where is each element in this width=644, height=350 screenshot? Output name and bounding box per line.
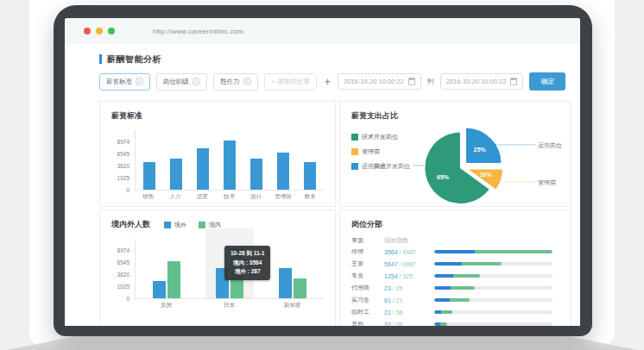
progress-blue bbox=[434, 298, 450, 302]
panel-title: 境内外人数 bbox=[111, 219, 150, 230]
legend-item[interactable]: 境外 bbox=[164, 221, 186, 229]
tag-label: 薪资标准 bbox=[106, 78, 132, 86]
tooltip-line: 10-28 到 11-1 bbox=[230, 249, 264, 259]
value-blue: 23 bbox=[384, 285, 391, 291]
progress-green bbox=[451, 286, 474, 290]
tag-competency[interactable]: 胜任力 bbox=[213, 73, 258, 91]
panel-title: 岗位分部 bbox=[351, 219, 559, 230]
row-label: 经理 bbox=[351, 247, 384, 256]
bar-slot bbox=[136, 130, 162, 190]
progress-track bbox=[434, 310, 552, 314]
calendar-icon[interactable] bbox=[408, 78, 415, 85]
row-label: 临时工 bbox=[351, 308, 384, 316]
bar[interactable] bbox=[304, 162, 316, 190]
add-comparison-button[interactable]: + 添加对比项 bbox=[264, 73, 318, 91]
row-label: 代理商 bbox=[351, 284, 384, 292]
x-category-label: 设计 bbox=[243, 193, 269, 201]
table-row[interactable]: 主管5647 / 6987 bbox=[351, 258, 559, 270]
page-title-row: 薪酬智能分析 bbox=[99, 53, 571, 65]
table-row[interactable]: 其他32 / 55 bbox=[351, 318, 559, 326]
remove-tag-icon[interactable] bbox=[243, 78, 251, 85]
table-row[interactable]: 临时工21 / 56 bbox=[351, 306, 559, 318]
date-to-value: 2016-10-20 10:00:22 bbox=[446, 78, 507, 85]
x-category-label: 美国 bbox=[135, 302, 198, 309]
window-maximize-dot-icon[interactable] bbox=[108, 28, 115, 34]
pie-slice-label: 技术开发岗位 bbox=[373, 163, 410, 170]
pie-percent-label: 65% bbox=[437, 174, 450, 180]
x-category-label: 日本 bbox=[198, 302, 261, 309]
panel-salary-expense-pie: 薪资支出占比 技术开发岗位管理层运营岗位 25%运营岗位10%管理层65%技术开… bbox=[339, 101, 571, 207]
remove-tag-icon[interactable] bbox=[193, 78, 200, 85]
bar[interactable] bbox=[197, 148, 209, 190]
bar-slot bbox=[189, 130, 216, 190]
chart-legend: 境外境内 bbox=[164, 221, 221, 229]
confirm-button[interactable]: 确定 bbox=[529, 72, 565, 91]
value-green: / 6987 bbox=[398, 261, 416, 267]
bar[interactable] bbox=[279, 268, 292, 298]
tooltip-line: 境外 : 287 bbox=[230, 267, 264, 277]
bar[interactable] bbox=[224, 141, 236, 190]
legend-label: 境内 bbox=[209, 221, 221, 229]
bar[interactable] bbox=[143, 162, 155, 190]
progress-track bbox=[434, 250, 552, 253]
progress-track bbox=[434, 322, 552, 326]
row-values: 3564 / 6987 bbox=[384, 249, 434, 255]
bar-slot bbox=[216, 130, 243, 190]
remove-tag-icon[interactable] bbox=[136, 78, 143, 85]
x-category-label: 新加坡 bbox=[261, 302, 324, 309]
url-text[interactable]: http://www.careerintlinc.com bbox=[153, 28, 243, 35]
table-row[interactable]: 专员1254 / 325 bbox=[351, 270, 559, 282]
date-to-input[interactable]: 2016-10-20 10:00:22 bbox=[440, 73, 524, 90]
table-row[interactable]: 实习生61 / 21 bbox=[351, 294, 559, 306]
col-source: 来源 bbox=[351, 236, 384, 245]
x-axis-labels: 美国日本新加坡 bbox=[135, 302, 324, 309]
to-label: 到 bbox=[427, 77, 434, 86]
page-content: 薪酬智能分析 薪资标准 岗位职级 胜任力 + 添加对比项 + 2016-10-2… bbox=[65, 44, 580, 326]
x-category-label: 人力 bbox=[161, 193, 188, 201]
calendar-icon[interactable] bbox=[510, 78, 517, 85]
progress-track bbox=[434, 298, 552, 302]
y-tick-label: 3620 bbox=[117, 272, 129, 278]
bar-group bbox=[153, 261, 180, 298]
date-from-input[interactable]: 2016-10-20 10:00:22 bbox=[338, 73, 421, 90]
y-tick-label: 0 bbox=[126, 187, 129, 193]
tag-label: 胜任力 bbox=[220, 78, 240, 86]
progress-blue bbox=[434, 274, 453, 278]
panel-title: 薪资标准 bbox=[111, 110, 324, 122]
window-minimize-dot-icon[interactable] bbox=[96, 28, 103, 34]
y-tick-label: 0 bbox=[126, 296, 129, 302]
y-tick-label: 1025 bbox=[117, 175, 129, 181]
panel-salary-standard: 薪资标准 89746545362010250 销售人力运营技术设计管理层财务 bbox=[99, 101, 336, 207]
table-row[interactable]: 经理3564 / 6987 bbox=[351, 246, 559, 258]
bar[interactable] bbox=[294, 278, 306, 298]
value-blue: 5647 bbox=[384, 261, 398, 267]
bar[interactable] bbox=[167, 261, 180, 298]
table-row[interactable]: 代理商23 / 25 bbox=[351, 282, 559, 294]
bar[interactable] bbox=[170, 159, 182, 190]
value-green: / 325 bbox=[398, 273, 414, 279]
y-axis: 89746545362010250 bbox=[111, 130, 135, 191]
bar[interactable] bbox=[153, 281, 166, 298]
plus-icon[interactable]: + bbox=[323, 75, 331, 88]
value-blue: 3564 bbox=[384, 249, 398, 255]
table-rows: 经理3564 / 6987主管5647 / 6987专员1254 / 325代理… bbox=[351, 246, 559, 326]
y-tick-label: 6545 bbox=[117, 259, 129, 266]
value-blue: 21 bbox=[384, 309, 391, 316]
pie-slice[interactable] bbox=[465, 128, 502, 164]
bar[interactable] bbox=[277, 153, 289, 190]
tag-position-grade[interactable]: 岗位职级 bbox=[156, 73, 207, 91]
y-tick-label: 8974 bbox=[117, 247, 129, 253]
tag-salary-standard[interactable]: 薪资标准 bbox=[99, 73, 150, 91]
chart-tooltip: 10-28 到 11-1境内 : 3564境外 : 287 bbox=[224, 246, 270, 280]
window-close-dot-icon[interactable] bbox=[84, 28, 91, 34]
legend-item[interactable]: 境内 bbox=[199, 221, 221, 229]
tooltip-line: 境内 : 3564 bbox=[230, 259, 264, 268]
x-category-label: 销售 bbox=[135, 193, 161, 201]
row-values: 23 / 25 bbox=[384, 285, 434, 291]
legend-swatch-icon bbox=[164, 222, 171, 228]
bar[interactable] bbox=[250, 159, 262, 190]
value-blue: 1254 bbox=[384, 273, 398, 279]
progress-green bbox=[453, 274, 481, 278]
value-green: / 6987 bbox=[398, 249, 416, 255]
bar-group-slot bbox=[136, 239, 199, 298]
